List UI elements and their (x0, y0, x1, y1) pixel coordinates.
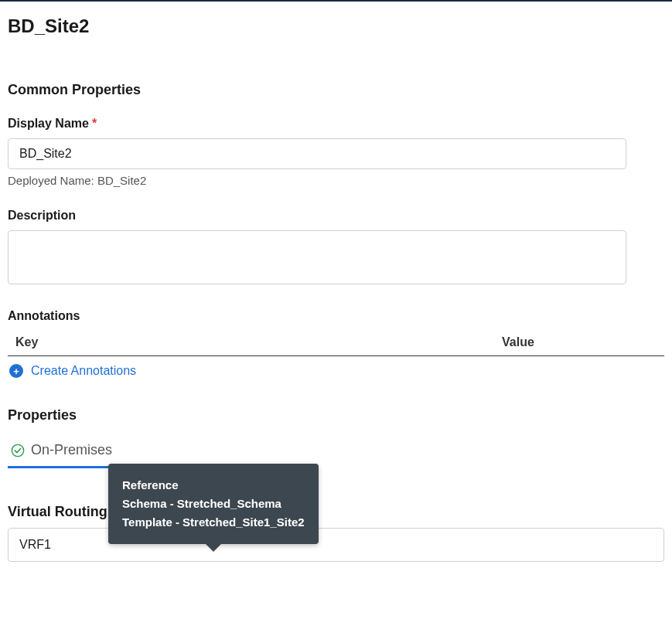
display-name-label: Display Name * (8, 117, 664, 131)
vrf-section: Virtual Routing & Forwarding * (8, 504, 664, 562)
reference-tooltip: Reference Schema - Stretched_Schema Temp… (108, 464, 319, 544)
deployed-name-helper: Deployed Name: BD_Site2 (8, 174, 664, 187)
common-properties-heading: Common Properties (8, 82, 664, 98)
svg-point-0 (12, 444, 23, 456)
tooltip-title: Reference (122, 476, 305, 495)
properties-heading: Properties (8, 407, 664, 423)
plus-icon: + (9, 364, 23, 378)
annotations-field: Annotations Key Value + Create Annotatio… (8, 309, 664, 386)
tab-on-premises-label: On-Premises (31, 442, 112, 458)
properties-tabs: On-Premises (8, 436, 664, 468)
annotations-table-header: Key Value (8, 331, 664, 356)
description-label-text: Description (8, 209, 76, 223)
tab-on-premises[interactable]: On-Premises (8, 436, 115, 468)
deployed-name-prefix: Deployed Name: (8, 174, 97, 187)
annotations-label: Annotations (8, 309, 664, 323)
description-field: Description (8, 209, 664, 287)
display-name-field: Display Name * Deployed Name: BD_Site2 (8, 117, 664, 187)
create-annotations-button[interactable]: + Create Annotations (8, 356, 664, 386)
page-title: BD_Site2 (0, 2, 672, 45)
description-input[interactable] (8, 230, 626, 284)
display-name-label-text: Display Name (8, 117, 89, 131)
check-circle-icon (11, 444, 25, 457)
description-label: Description (8, 209, 664, 223)
deployed-name-value: BD_Site2 (97, 174, 146, 187)
required-indicator: * (92, 117, 97, 131)
annotations-col-key: Key (15, 335, 486, 349)
tooltip-schema-line: Schema - Stretched_Schema (122, 495, 305, 513)
tooltip-template-line: Template - Stretched_Site1_Site2 (122, 513, 305, 532)
create-annotations-label: Create Annotations (31, 364, 136, 378)
vrf-input[interactable] (8, 528, 664, 562)
display-name-input[interactable] (8, 138, 626, 169)
content-container: Common Properties Display Name * Deploye… (0, 82, 672, 562)
annotations-col-value: Value (502, 335, 657, 349)
vrf-label-row: Virtual Routing & Forwarding * (8, 504, 664, 520)
